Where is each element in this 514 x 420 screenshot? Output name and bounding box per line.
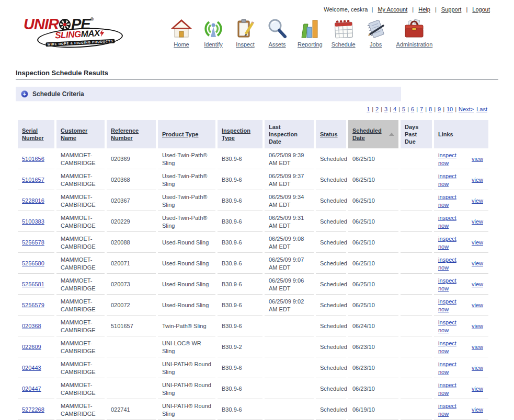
pagination-separator: | [398, 106, 400, 112]
last-inspection-date-cell: 06/25/09 9:02 AM EDT [265, 296, 314, 316]
inspection-type-cell: B30.9-6 [218, 296, 262, 316]
serial-number-link[interactable]: 5256578 [22, 239, 44, 246]
view-link[interactable]: view [472, 260, 483, 267]
logout-link[interactable]: Logout [472, 6, 490, 13]
view-link[interactable]: view [472, 385, 483, 392]
inspect-now-link[interactable]: inspect now [438, 172, 460, 188]
col-product-type: Product Type [158, 120, 215, 148]
inspect-now-link[interactable]: inspect now [438, 214, 460, 229]
page-link-7[interactable]: 7 [420, 106, 423, 112]
view-link[interactable]: view [472, 322, 483, 330]
last-page-link[interactable]: Last [476, 106, 487, 112]
view-link[interactable]: view [472, 239, 483, 246]
table-row: 5228016 MAMMOET-CAMBRIDGE 020367 Used-Tw… [18, 191, 488, 211]
product-type-cell: UNI-PATH® Round Sling [158, 379, 215, 399]
days-past-due-cell [401, 149, 432, 169]
inspect-now-link[interactable]: inspect now [438, 298, 460, 313]
nav-label-administration: Administration [396, 41, 433, 48]
help-link[interactable]: Help [418, 6, 430, 13]
serial-number-link[interactable]: 5101657 [22, 177, 44, 183]
administration-toolbox-icon [403, 18, 425, 40]
page-link-3[interactable]: 3 [384, 106, 387, 112]
sort-status-link[interactable]: Status [320, 131, 338, 137]
page-link-1[interactable]: 1 [367, 106, 370, 112]
customer-name-cell: MAMMOET-CAMBRIDGE [56, 212, 105, 232]
serial-number-link[interactable]: 5256579 [22, 302, 44, 308]
product-type-cell: UNI-LOC® WR Sling [158, 337, 215, 357]
page-link-6[interactable]: 6 [411, 106, 414, 112]
serial-number-link[interactable]: 5256581 [22, 281, 44, 287]
schedule-criteria-toggle[interactable]: + Schedule Criteria [16, 87, 401, 101]
page-link-4[interactable]: 4 [393, 106, 396, 112]
table-row: 5256579 MAMMOET-CAMBRIDGE 020072 Used-Ro… [18, 296, 488, 316]
nav-item-schedule[interactable]: Schedule [332, 18, 356, 48]
view-link[interactable]: view [472, 218, 483, 225]
serial-number-link[interactable]: 5256580 [22, 260, 44, 266]
sort-inspection-type-link[interactable]: Inspection Type [222, 127, 250, 141]
my-account-link[interactable]: My Account [378, 6, 407, 13]
scheduled-date-cell: 06/25/10 [348, 212, 398, 232]
nav-item-administration[interactable]: Administration [396, 18, 433, 48]
status-cell: Scheduled [316, 337, 346, 357]
inspect-now-link[interactable]: inspect now [438, 402, 460, 417]
support-link[interactable]: Support [441, 6, 462, 13]
sort-product-type-link[interactable]: Product Type [162, 131, 198, 137]
registered-mark: ® [90, 17, 94, 22]
nav-item-reporting[interactable]: Reporting [298, 18, 323, 48]
days-past-due-cell [401, 212, 432, 232]
page-link-8[interactable]: 8 [429, 106, 432, 112]
page-link-5[interactable]: 5 [402, 106, 405, 112]
sort-scheduled-date-link[interactable]: Scheduled Date [352, 127, 385, 142]
table-row: 5101656 MAMMOET-CAMBRIDGE 020369 Used-Tw… [18, 149, 488, 169]
view-link[interactable]: view [472, 364, 483, 371]
view-link[interactable]: view [472, 281, 483, 288]
view-link[interactable]: view [472, 343, 483, 351]
serial-number-link[interactable]: 5101656 [22, 156, 44, 162]
topbar-separator: | [412, 6, 414, 13]
inspect-now-link[interactable]: inspect now [438, 340, 460, 355]
product-type-cell: Used-Round Sling [158, 296, 215, 316]
pagination-separator: | [425, 106, 427, 112]
last-inspection-date-cell: 06/25/09 9:37 AM EDT [265, 170, 314, 190]
serial-number-link[interactable]: 5228016 [22, 197, 44, 204]
view-link[interactable]: view [472, 406, 483, 413]
serial-number-link[interactable]: 020443 [22, 365, 41, 371]
inspect-now-link[interactable]: inspect now [438, 319, 460, 334]
customer-name-cell: MAMMOET-CAMBRIDGE [56, 149, 105, 169]
serial-number-link[interactable]: 022609 [22, 344, 41, 350]
inspect-now-link[interactable]: inspect now [438, 193, 460, 208]
next-page-link[interactable]: Next> [459, 106, 474, 112]
inspect-now-link[interactable]: inspect now [438, 151, 460, 167]
page-link-10[interactable]: 10 [447, 106, 453, 112]
inspect-now-link[interactable]: inspect now [438, 277, 460, 292]
nav-item-inspect[interactable]: Inspect [234, 18, 257, 48]
status-cell: Scheduled [316, 149, 346, 169]
col-customer-name: Customer Name [56, 120, 105, 148]
scheduled-date-cell: 06/19/10 [348, 400, 398, 420]
inspect-now-link[interactable]: inspect now [438, 235, 460, 250]
view-link[interactable]: view [472, 176, 483, 183]
page-link-9[interactable]: 9 [438, 106, 441, 112]
nav-item-home[interactable]: Home [170, 18, 193, 48]
sort-customer-name-link[interactable]: Customer Name [61, 127, 87, 141]
serial-number-link[interactable]: 020368 [22, 323, 41, 329]
inspect-now-link[interactable]: inspect now [438, 381, 460, 396]
serial-number-link[interactable]: 020447 [22, 386, 41, 392]
sort-reference-number-link[interactable]: Reference Number [111, 127, 139, 141]
inspection-type-cell: B30.9-6 [218, 400, 262, 420]
serial-number-link[interactable]: 5272268 [22, 406, 44, 413]
nav-item-identify[interactable]: Identify [202, 18, 225, 48]
view-link[interactable]: view [472, 301, 483, 309]
view-link[interactable]: view [472, 155, 483, 162]
inspect-now-link[interactable]: inspect now [438, 256, 460, 271]
view-link[interactable]: view [472, 197, 483, 204]
sort-serial-number-link[interactable]: Serial Number [22, 127, 44, 141]
page-link-2[interactable]: 2 [375, 106, 379, 112]
inspection-type-cell: B30.9-6 [218, 149, 262, 169]
serial-number-link[interactable]: 5100383 [22, 218, 44, 225]
nav-item-assets[interactable]: Assets [266, 18, 289, 48]
reference-number-cell: 022741 [107, 400, 156, 420]
table-row: 5256581 MAMMOET-CAMBRIDGE 020073 Used-Ro… [18, 275, 488, 295]
inspect-now-link[interactable]: inspect now [438, 360, 460, 376]
nav-item-jobs[interactable]: Jobs [364, 18, 387, 48]
